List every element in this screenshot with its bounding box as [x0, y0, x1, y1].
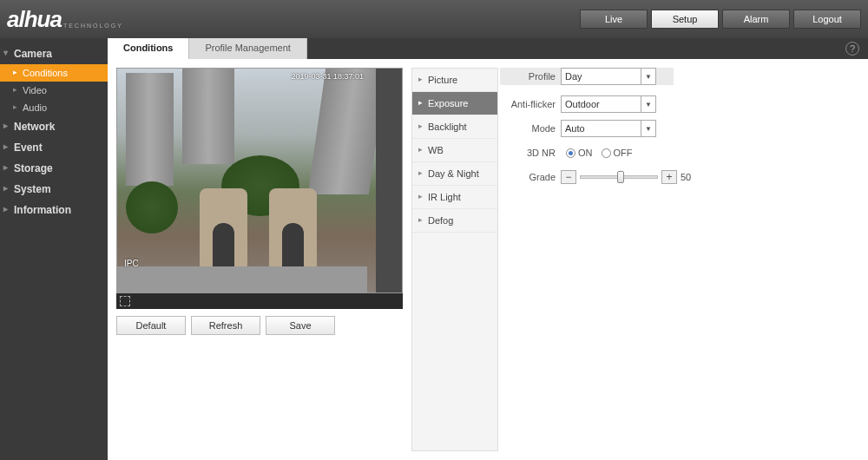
sidebar-cat-event[interactable]: Event	[0, 137, 108, 158]
settings-menu: Picture Exposure Backlight WB Day & Nigh…	[411, 68, 498, 451]
alarm-button[interactable]: Alarm	[722, 10, 790, 29]
mode-select[interactable]: Auto ▼	[561, 120, 656, 137]
grade-plus-button[interactable]: +	[661, 170, 677, 184]
osd-timestamp: 2019-03-31 18:37:01	[291, 72, 364, 81]
osd-channel: IPC	[124, 259, 139, 268]
anti-flicker-value: Outdoor	[565, 99, 600, 109]
preview-toolbar	[116, 293, 403, 309]
sidebar-cat-camera[interactable]: Camera	[0, 43, 108, 64]
menu-ir-light[interactable]: IR Light	[412, 186, 497, 209]
sidebar-cat-storage[interactable]: Storage	[0, 158, 108, 179]
tab-profile-management[interactable]: Profile Management	[189, 38, 306, 59]
header-bar: alhua TECHNOLOGY Live Setup Alarm Logout	[0, 0, 868, 38]
chevron-down-icon: ▼	[641, 121, 652, 136]
sidebar-item-video[interactable]: Video	[0, 82, 108, 99]
menu-day-night[interactable]: Day & Night	[412, 162, 497, 186]
menu-wb[interactable]: WB	[412, 139, 497, 162]
profile-value: Day	[565, 71, 582, 82]
grade-slider[interactable]	[580, 175, 658, 179]
logout-button[interactable]: Logout	[793, 10, 861, 29]
anti-flicker-select[interactable]: Outdoor ▼	[561, 95, 656, 113]
sidebar-cat-system[interactable]: System	[0, 179, 108, 200]
live-button[interactable]: Live	[580, 10, 648, 29]
3dnr-off-label: OFF	[614, 148, 633, 158]
default-button[interactable]: Default	[116, 316, 186, 335]
save-button[interactable]: Save	[266, 316, 335, 335]
settings-panel: Profile Day ▼ Anti-flicker Outdoor ▼ Mod…	[507, 68, 859, 451]
setup-button[interactable]: Setup	[651, 10, 719, 29]
3dnr-on-radio[interactable]	[566, 148, 575, 158]
sidebar: Camera Conditions Video Audio Network Ev…	[0, 38, 108, 460]
grade-label: Grade	[507, 172, 556, 182]
3dnr-label: 3D NR	[507, 148, 556, 158]
grade-slider-thumb[interactable]	[617, 171, 624, 183]
menu-backlight[interactable]: Backlight	[412, 115, 497, 139]
menu-exposure[interactable]: Exposure	[412, 92, 497, 115]
brand-subtitle: TECHNOLOGY	[63, 23, 123, 29]
sidebar-item-conditions[interactable]: Conditions	[0, 64, 108, 82]
sidebar-cat-information[interactable]: Information	[0, 200, 108, 220]
video-preview: 2019-03-31 18:37:01 IPC	[116, 68, 403, 293]
anti-flicker-label: Anti-flicker	[507, 99, 556, 109]
3dnr-on-label: ON	[578, 148, 593, 158]
menu-defog[interactable]: Defog	[412, 209, 497, 233]
chevron-down-icon: ▼	[641, 69, 652, 84]
chevron-down-icon: ▼	[641, 96, 652, 112]
grade-value: 50	[681, 172, 691, 182]
3dnr-off-radio[interactable]	[602, 148, 611, 158]
tab-bar: Conditions Profile Management ?	[108, 38, 868, 59]
sidebar-item-audio[interactable]: Audio	[0, 99, 108, 116]
refresh-button[interactable]: Refresh	[191, 316, 260, 335]
mode-value: Auto	[565, 123, 585, 134]
mode-label: Mode	[507, 123, 556, 134]
profile-label: Profile	[507, 71, 556, 82]
profile-select[interactable]: Day ▼	[561, 68, 656, 85]
menu-picture[interactable]: Picture	[412, 69, 497, 92]
help-icon[interactable]: ?	[845, 42, 859, 56]
tab-conditions[interactable]: Conditions	[108, 38, 189, 59]
sidebar-cat-network[interactable]: Network	[0, 116, 108, 137]
fullscreen-icon[interactable]	[120, 296, 130, 306]
grade-minus-button[interactable]: −	[561, 170, 576, 184]
brand-logo: alhua	[7, 6, 62, 33]
